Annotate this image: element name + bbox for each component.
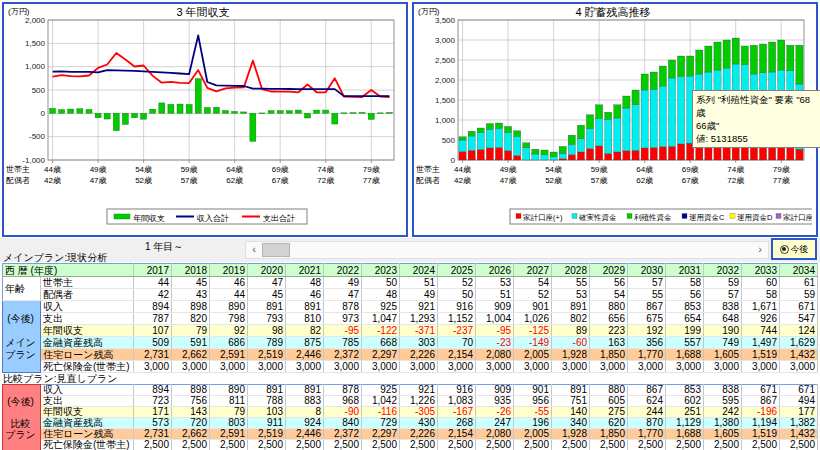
svg-text:59歳: 59歳 — [181, 165, 198, 174]
svg-text:74歳: 74歳 — [727, 165, 744, 174]
data-cell: 1,083 — [438, 396, 476, 407]
data-cell: 811 — [210, 396, 248, 407]
data-cell: 671 — [780, 385, 818, 396]
data-cell: 79 — [172, 325, 210, 337]
row-label: 支出 — [41, 396, 134, 407]
data-cell: 820 — [172, 313, 210, 325]
data-cell: 2,500 — [780, 440, 818, 450]
age-cell: 50 — [438, 289, 476, 301]
svg-text:4 貯蓄残高推移: 4 貯蓄残高推移 — [575, 6, 650, 18]
data-cell: 891 — [248, 385, 286, 396]
age-cell: 53 — [552, 289, 590, 301]
data-cell: 838 — [704, 385, 742, 396]
svg-text:52歳: 52歳 — [135, 176, 152, 185]
data-cell: 2,500 — [590, 440, 628, 450]
data-cell: 196 — [514, 418, 552, 429]
data-cell: 3,000 — [400, 361, 438, 373]
data-cell: -116 — [362, 407, 400, 418]
annual-balance-bars[interactable] — [50, 79, 393, 142]
data-cell: 891 — [286, 301, 324, 313]
data-cell: 901 — [514, 385, 552, 396]
data-cell: -26 — [476, 407, 514, 418]
data-cell: 1,004 — [476, 313, 514, 325]
age-group-label: 年齢 — [3, 277, 41, 301]
svg-text:-500: -500 — [29, 132, 46, 141]
data-cell: 171 — [134, 407, 172, 418]
data-cell: 973 — [324, 313, 362, 325]
data-cell: 3,000 — [210, 361, 248, 373]
main-plan-row: 年間収支10779929882-95-122-371-237-95-125892… — [3, 325, 818, 337]
data-cell: 2,372 — [324, 429, 362, 440]
row-label: 住宅ローン残高 — [41, 429, 134, 440]
svg-text:3,000: 3,000 — [435, 36, 456, 45]
svg-text:69歳: 69歳 — [682, 165, 699, 174]
svg-text:500: 500 — [442, 136, 456, 145]
svg-text:500: 500 — [32, 86, 46, 95]
main-plan-row: 死亡保険金(世帯主)3,0003,0003,0003,0003,0003,000… — [3, 361, 818, 373]
future-radio[interactable]: 今後 — [771, 238, 817, 260]
annual-balance-chart[interactable]: 3 年間収支(万円)-1,000-50005001,0001,5002,0004… — [4, 4, 402, 231]
period-scrollbar[interactable]: ‹ › — [245, 241, 769, 259]
data-cell: 853 — [666, 301, 704, 313]
svg-text:配偶者: 配偶者 — [6, 176, 30, 185]
data-cell: 2,500 — [476, 440, 514, 450]
data-cell: 744 — [742, 325, 780, 337]
period-control-strip: 1 年目～ ‹ › 今後 — [0, 238, 820, 262]
scroll-thumb[interactable] — [262, 243, 290, 257]
data-cell: 2,080 — [476, 429, 514, 440]
age-cell: 49 — [324, 277, 362, 289]
data-cell: -55 — [514, 407, 552, 418]
data-cell: 909 — [476, 385, 514, 396]
data-cell: -305 — [400, 407, 438, 418]
data-cell: 867 — [628, 385, 666, 396]
data-cell: 2,500 — [134, 440, 172, 450]
age-cell: 46 — [210, 277, 248, 289]
year-cell: 2026 — [476, 264, 514, 277]
data-cell: 1,928 — [552, 349, 590, 361]
scroll-right-icon[interactable]: › — [753, 242, 767, 256]
row-label: 金融資産残高 — [41, 418, 134, 429]
data-cell: 1,047 — [362, 313, 400, 325]
age-cell: 60 — [742, 277, 780, 289]
data-cell: 867 — [628, 301, 666, 313]
svg-text:79歳: 79歳 — [363, 165, 380, 174]
scroll-left-icon[interactable]: ‹ — [247, 242, 261, 256]
data-cell: 2,500 — [742, 440, 780, 450]
tooltip-element-text: 66歳" — [696, 119, 818, 132]
year-cell: 2032 — [704, 264, 742, 277]
year-cell: 2024 — [400, 264, 438, 277]
data-cell: 1,605 — [704, 349, 742, 361]
data-cell: 244 — [628, 407, 666, 418]
data-cell: 925 — [362, 385, 400, 396]
svg-text:64歳: 64歳 — [636, 165, 653, 174]
data-cell: 547 — [780, 313, 818, 325]
data-cell: 624 — [628, 396, 666, 407]
svg-text:57歳: 57歳 — [591, 176, 608, 185]
data-cell: 2,519 — [248, 349, 286, 361]
data-cell: 2,500 — [666, 440, 704, 450]
data-cell: 2,731 — [134, 429, 172, 440]
svg-text:69歳: 69歳 — [272, 165, 289, 174]
data-cell: 2,500 — [362, 440, 400, 450]
data-cell: 720 — [172, 418, 210, 429]
data-cell: 1,497 — [742, 337, 780, 349]
data-cell: 242 — [704, 407, 742, 418]
data-cell: 2,446 — [286, 429, 324, 440]
data-cell: 1,194 — [742, 418, 780, 429]
data-cell: 2,662 — [172, 349, 210, 361]
row-label: 支出 — [41, 313, 134, 325]
data-cell: 2,500 — [324, 440, 362, 450]
data-cell: 2,005 — [514, 349, 552, 361]
age-cell: 61 — [780, 277, 818, 289]
data-cell: 956 — [514, 396, 552, 407]
age-cell: 54 — [590, 289, 628, 301]
svg-text:74歳: 74歳 — [317, 165, 334, 174]
data-cell: 2,446 — [286, 349, 324, 361]
svg-text:3,500: 3,500 — [435, 16, 456, 25]
data-cell: 1,129 — [666, 418, 704, 429]
data-cell: 723 — [134, 396, 172, 407]
data-cell: 793 — [248, 313, 286, 325]
data-cell: 870 — [628, 418, 666, 429]
data-cell: 1,850 — [590, 429, 628, 440]
data-cell: -167 — [438, 407, 476, 418]
